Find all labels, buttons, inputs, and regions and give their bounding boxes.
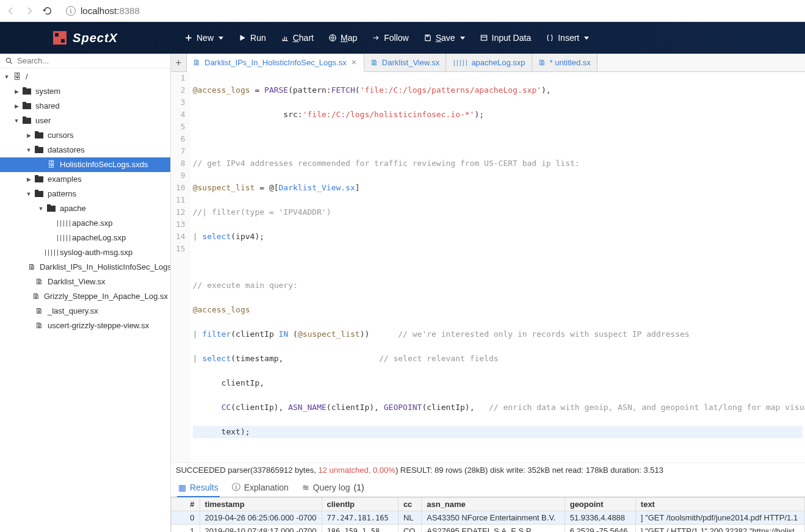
address-bar[interactable]: i localhost:8388 <box>61 4 799 17</box>
editor-tabs: + 🗎Darklist_IPs_In_HolisticInfoSec_Logs.… <box>171 54 805 72</box>
tree-file-holistic[interactable]: 🗄HolisticInfoSecLogs.sxds <box>0 157 170 172</box>
site-info-icon[interactable]: i <box>66 6 76 16</box>
tree-file-darklist-ips[interactable]: 🗎Darklist_IPs_In_HolisticInfoSec_Logs.sx <box>0 260 170 275</box>
insert-button[interactable]: Insert <box>540 29 595 46</box>
play-icon <box>238 34 247 42</box>
run-button[interactable]: Run <box>232 29 272 46</box>
browser-bar: i localhost:8388 <box>0 0 805 22</box>
tree-apache[interactable]: ▼apache <box>0 201 170 216</box>
folder-icon <box>35 191 43 197</box>
log-icon: ≋ <box>302 483 309 492</box>
pattern-icon: ||||| <box>452 59 467 66</box>
reload-icon[interactable] <box>43 6 52 16</box>
tab-results[interactable]: ▦Results <box>177 480 220 497</box>
tree-root[interactable]: ▼🗄/ <box>0 70 170 84</box>
tab-explanation[interactable]: ⓘExplanation <box>231 480 290 497</box>
tree-file-grizzly[interactable]: 🗎Grizzly_Steppe_In_Apache_Log.sx <box>0 289 170 304</box>
table-row[interactable]: 12019-08-10 07:48:17.000 -0700186.159.1.… <box>171 525 805 533</box>
save-button[interactable]: Save <box>417 29 471 46</box>
col-geopoint[interactable]: geopoint <box>565 498 635 511</box>
col-index[interactable]: # <box>171 498 200 511</box>
tree-file-uscert[interactable]: 🗎uscert-grizzly-steppe-view.sx <box>0 318 170 333</box>
tree-examples[interactable]: ▶examples <box>0 172 170 187</box>
svg-point-3 <box>6 58 10 62</box>
file-tree: ▼🗄/ ▶system ▶shared ▼user ▶cursors ▼data… <box>0 68 170 532</box>
folder-icon <box>35 132 43 138</box>
map-button[interactable]: Map <box>322 29 363 46</box>
tree-user[interactable]: ▼user <box>0 113 170 128</box>
info-icon: ⓘ <box>232 482 240 493</box>
tree-file-last-query[interactable]: 🗎_last_query.sx <box>0 304 170 318</box>
follow-button[interactable]: Follow <box>366 29 414 46</box>
tab-apachelog[interactable]: |||||apacheLog.sxp <box>446 54 532 71</box>
chart-button[interactable]: Chart <box>275 29 320 46</box>
toolbar: New Run Chart Map Follow Save Input Data <box>171 29 595 46</box>
cell-cc: NL <box>398 511 421 525</box>
folder-icon <box>23 88 31 95</box>
globe-icon <box>328 34 337 42</box>
pattern-icon: ||||| <box>46 248 56 257</box>
tab-querylog[interactable]: ≋Query log (1) <box>301 480 366 497</box>
query-icon: 🗎 <box>538 58 546 67</box>
tree-shared[interactable]: ▶shared <box>0 99 170 113</box>
col-cc[interactable]: cc <box>398 498 421 511</box>
tab-add-button[interactable]: + <box>171 54 187 71</box>
tree-file-darklist-view[interactable]: 🗎Darklist_View.sx <box>0 275 170 289</box>
cell-clientip: 186.159.1.58 <box>322 525 398 533</box>
cell-timestamp: 2019-08-10 07:48:17.000 -0700 <box>200 525 322 533</box>
app-header: SpectX New Run Chart Map Follow Save I <box>0 22 805 54</box>
data-icon <box>480 34 488 42</box>
cell-geopoint: 51.9336,4.4888 <box>565 511 635 525</box>
cell-cc: CO <box>398 525 421 533</box>
folder-icon <box>23 118 31 124</box>
chevron-down-icon <box>584 37 589 40</box>
save-icon <box>424 34 432 42</box>
tree-datastores[interactable]: ▼datastores <box>0 143 170 157</box>
url-text: localhost:8388 <box>81 5 140 16</box>
logo-icon <box>53 31 67 45</box>
code-editor[interactable]: 12345 678910 1112131415 @access_logs = P… <box>171 72 805 462</box>
back-icon[interactable] <box>6 6 16 16</box>
tab-untitled[interactable]: 🗎* untitled.sx <box>532 54 597 71</box>
content: + 🗎Darklist_IPs_In_HolisticInfoSec_Logs.… <box>171 54 805 532</box>
cell-asn: AS27695 EDATEL S.A. E.S.P <box>422 525 565 533</box>
folder-icon <box>35 147 43 153</box>
tab-darklist-view[interactable]: 🗎Darklist_View.sx <box>364 54 446 71</box>
results-table-wrap[interactable]: # timestamp clientIp cc asn_name geopoin… <box>171 497 805 532</box>
logo-text: SpectX <box>73 31 118 45</box>
close-icon[interactable]: × <box>350 57 358 67</box>
sidebar: ▼🗄/ ▶system ▶shared ▼user ▶cursors ▼data… <box>0 54 171 532</box>
tree-file-syslog[interactable]: |||||syslog-auth-msg.sxp <box>0 245 170 260</box>
braces-icon <box>546 34 554 42</box>
tree-file-apache-sxp[interactable]: |||||apache.sxp <box>0 216 170 231</box>
search-row <box>0 54 170 68</box>
col-asn[interactable]: asn_name <box>422 498 565 511</box>
col-timestamp[interactable]: timestamp <box>200 498 322 511</box>
tree-file-apachelog-sxp[interactable]: |||||apacheLog.sxp <box>0 231 170 245</box>
col-clientip[interactable]: clientIp <box>322 498 398 511</box>
folder-icon: 🗄 <box>12 73 22 81</box>
code-body[interactable]: @access_logs = PARSE(pattern:FETCH('file… <box>190 72 805 462</box>
search-input[interactable] <box>17 56 165 65</box>
forward-icon[interactable] <box>24 6 34 16</box>
pattern-icon: ||||| <box>59 234 68 242</box>
tab-darklist-ips[interactable]: 🗎Darklist_IPs_In_HolisticInfoSec_Logs.sx… <box>187 54 364 72</box>
query-icon: 🗎 <box>28 263 36 271</box>
table-row[interactable]: 02019-04-26 06:25:06.000 -070077.247.181… <box>171 511 805 525</box>
input-data-button[interactable]: Input Data <box>474 29 538 46</box>
query-icon: 🗎 <box>370 58 378 67</box>
tree-system[interactable]: ▶system <box>0 84 170 99</box>
logo[interactable]: SpectX <box>0 31 171 45</box>
cell-index: 0 <box>171 511 200 525</box>
tree-cursors[interactable]: ▶cursors <box>0 128 170 143</box>
col-text[interactable]: text <box>635 498 804 511</box>
new-button[interactable]: New <box>178 29 229 46</box>
search-icon <box>5 57 13 65</box>
query-icon: 🗎 <box>34 278 44 286</box>
query-icon: 🗎 <box>32 292 40 301</box>
tree-patterns[interactable]: ▼patterns <box>0 187 170 201</box>
query-icon: 🗎 <box>34 322 44 330</box>
chevron-down-icon <box>460 37 465 40</box>
svg-rect-1 <box>426 35 428 37</box>
cell-text: ] "GET / HTTP/1.1" 200 32382 "https://ho… <box>635 525 804 533</box>
